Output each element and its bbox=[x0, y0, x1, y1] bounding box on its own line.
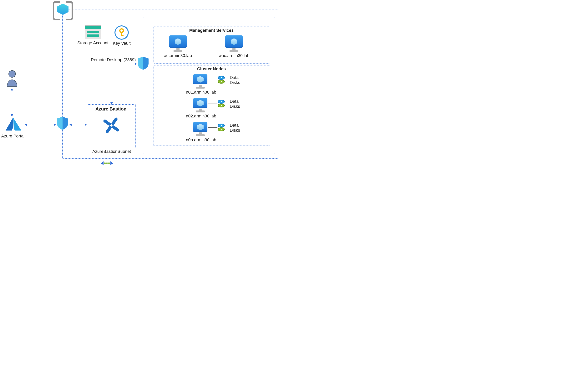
data-disks-icon bbox=[218, 124, 225, 131]
cluster-node-1 bbox=[193, 74, 207, 88]
svg-point-0 bbox=[9, 70, 16, 77]
storage-account: Storage Account bbox=[77, 25, 108, 45]
rdp-hline bbox=[112, 64, 136, 64]
mgmt-node-wac-label: wac.armin30.lab bbox=[219, 53, 249, 58]
mgmt-node-wac: wac.armin30.lab bbox=[219, 35, 249, 58]
svg-rect-3 bbox=[103, 119, 111, 126]
data-disks-icon bbox=[218, 76, 225, 84]
n2-disk-line bbox=[208, 104, 217, 104]
rdp-label: Remote Desktop (3389) bbox=[91, 57, 136, 62]
data-disks-icon bbox=[218, 100, 225, 108]
cluster-node-1-label: n01.armin30.lab bbox=[186, 90, 216, 95]
arrow-right-icon bbox=[54, 124, 56, 126]
rdp-vline bbox=[112, 64, 112, 104]
vnet-icon bbox=[100, 160, 114, 166]
portal-shield-line bbox=[25, 125, 55, 125]
vm-icon bbox=[193, 122, 207, 136]
vm-icon bbox=[193, 74, 207, 88]
management-services-title: Management Services bbox=[154, 27, 269, 33]
key-vault: Key Vault bbox=[113, 25, 131, 46]
arrow-up-icon bbox=[11, 88, 13, 90]
cluster-node-n-label: n0n.armin30.lab bbox=[186, 137, 216, 142]
svg-rect-2 bbox=[105, 125, 112, 134]
cluster-nodes-title: Cluster Nodes bbox=[154, 66, 269, 71]
shield-bastion-line bbox=[70, 125, 86, 125]
n1-disk-line bbox=[208, 80, 217, 80]
data-disks-label: Data Disks bbox=[230, 75, 240, 85]
key-vault-icon bbox=[115, 25, 129, 40]
architecture-diagram: Storage Account Key Vault Azure Portal A… bbox=[0, 0, 285, 169]
azure-portal-label: Azure Portal bbox=[1, 134, 24, 139]
bastion-subnet-label: AzureBastionSubnet bbox=[92, 149, 131, 154]
cluster-node-2 bbox=[193, 98, 207, 112]
cluster-node-2-label: n02.armin30.lab bbox=[186, 114, 216, 119]
nsg-shield-outer bbox=[56, 116, 69, 130]
vm-icon bbox=[169, 35, 187, 52]
svg-rect-4 bbox=[111, 125, 120, 132]
user bbox=[5, 70, 19, 87]
user-icon bbox=[5, 70, 19, 87]
arrow-right-icon bbox=[135, 63, 137, 65]
azure-logo-icon bbox=[1, 117, 24, 132]
arrow-left-icon bbox=[25, 124, 27, 126]
cluster-nodes-box bbox=[154, 65, 270, 146]
vm-icon bbox=[225, 35, 243, 52]
storage-account-label: Storage Account bbox=[77, 40, 108, 45]
arrow-down-icon bbox=[11, 114, 13, 117]
mgmt-node-ad-label: ad.armin30.lab bbox=[164, 53, 192, 58]
user-to-portal-line bbox=[12, 88, 12, 116]
key-vault-label: Key Vault bbox=[113, 41, 131, 46]
bastion-icon bbox=[101, 115, 122, 136]
bastion-title: Azure Bastion bbox=[95, 106, 126, 112]
data-disks-label: Data Disks bbox=[230, 99, 240, 109]
cluster-node-n bbox=[193, 122, 207, 136]
azure-portal: Azure Portal bbox=[1, 117, 24, 139]
arrow-down-icon bbox=[110, 102, 113, 105]
arrow-left-icon bbox=[69, 124, 72, 126]
vm-icon bbox=[193, 98, 207, 112]
resource-group-icon bbox=[52, 0, 74, 19]
nn-disk-line bbox=[208, 127, 217, 128]
data-disks-label: Data Disks bbox=[230, 123, 240, 133]
arrow-right-icon bbox=[85, 124, 87, 126]
mgmt-node-ad: ad.armin30.lab bbox=[164, 35, 192, 58]
storage-account-icon bbox=[85, 25, 101, 39]
svg-rect-1 bbox=[111, 117, 118, 126]
